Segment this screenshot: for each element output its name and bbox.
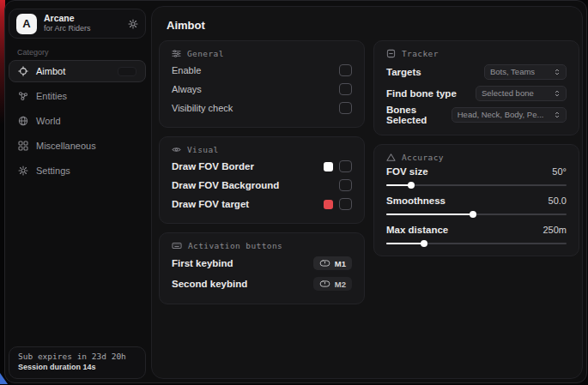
- section-title: Tracker: [402, 49, 439, 58]
- main-panel: Aimbot General Enable: [151, 6, 583, 379]
- sidebar-item-entities[interactable]: Entities: [9, 85, 146, 107]
- fov-target-color-swatch[interactable]: [324, 200, 333, 209]
- slider-thumb[interactable]: [408, 182, 415, 189]
- draw-fov-border-label: Draw FOV Border: [172, 161, 254, 171]
- bones-selected-value: Head, Neck, Body, Pe...: [458, 110, 544, 119]
- smoothness-value: 50.0: [549, 196, 567, 206]
- grid-icon: [18, 141, 28, 151]
- keyboard-icon: [172, 241, 182, 250]
- find-bone-type-select[interactable]: Selected bone: [476, 86, 567, 101]
- fov-size-value: 50°: [552, 166, 567, 177]
- sidebar-item-label: World: [36, 116, 61, 126]
- targets-select[interactable]: Bots, Teams: [484, 64, 567, 80]
- sidebar-item-miscellaneous[interactable]: Miscellaneous: [9, 135, 146, 157]
- page-title: Aimbot: [167, 19, 205, 32]
- fov-size-label: FOV size: [386, 166, 428, 177]
- find-bone-type-label: Find bone type: [386, 88, 457, 99]
- targets-value: Bots, Teams: [490, 67, 535, 76]
- first-keybind-button[interactable]: M1: [313, 256, 352, 270]
- app-subtitle: for Arc Riders: [44, 24, 91, 33]
- activation-buttons-card: Activation buttons First keybind M1: [159, 232, 365, 304]
- max-distance-slider-group: Max distance 250m: [386, 223, 567, 244]
- unfold-icon: [554, 68, 561, 76]
- fov-size-slider[interactable]: [386, 184, 567, 186]
- sidebar-item-aimbot[interactable]: Aimbot: [9, 60, 146, 82]
- section-title: Accuracy: [402, 153, 444, 162]
- globe-icon: [18, 116, 28, 126]
- max-distance-value: 250m: [543, 225, 567, 235]
- general-card: General Enable Always Visibility check: [159, 40, 365, 128]
- section-title: Activation buttons: [188, 241, 282, 250]
- max-distance-slider[interactable]: [386, 243, 567, 244]
- session-duration-text: Session duration 14s: [18, 363, 136, 371]
- app-window: A Arcane for Arc Riders Category Aimbot: [4, 0, 587, 383]
- tracker-card: Tracker Targets Bots, Teams Find bone: [373, 40, 579, 135]
- always-label: Always: [172, 84, 202, 94]
- eye-icon: [172, 145, 181, 154]
- sidebar-item-world[interactable]: World: [9, 110, 146, 132]
- app-header-card: A Arcane for Arc Riders: [9, 9, 146, 39]
- sidebar-item-label: Aimbot: [36, 66, 65, 76]
- smoothness-label: Smoothness: [386, 196, 446, 206]
- slider-fill: [386, 243, 424, 244]
- app-name: Arcane: [44, 13, 91, 24]
- smoothness-slider[interactable]: [386, 214, 567, 215]
- sidebar-item-settings[interactable]: Settings: [9, 159, 146, 182]
- draw-fov-background-label: Draw FOV Background: [172, 180, 279, 190]
- gear-icon[interactable]: [128, 19, 138, 29]
- sliders-icon: [172, 49, 181, 58]
- fov-size-slider-group: FOV size 50°: [386, 165, 567, 186]
- draw-fov-target-label: Draw FOV target: [172, 199, 249, 209]
- draw-fov-target-checkbox[interactable]: [339, 198, 352, 210]
- sidebar-item-label: Settings: [36, 165, 70, 176]
- sidebar-item-label: Miscellaneous: [36, 141, 96, 151]
- subscription-info-card: Sub expires in 23d 20h Session duration …: [9, 346, 146, 379]
- find-bone-type-value: Selected bone: [482, 88, 534, 98]
- app-logo: A: [16, 14, 37, 34]
- slider-thumb[interactable]: [421, 240, 427, 247]
- sidebar-item-label: Entities: [36, 91, 67, 101]
- keybind-value: M2: [335, 280, 346, 289]
- targets-label: Targets: [386, 67, 421, 77]
- visibility-check-label: Visibility check: [172, 103, 233, 113]
- accuracy-card: Accuracy FOV size 50° Smoothness: [373, 144, 579, 256]
- category-label: Category: [17, 48, 49, 57]
- section-title: General: [187, 49, 224, 58]
- draw-fov-background-checkbox[interactable]: [339, 179, 352, 191]
- visual-card: Visual Draw FOV Border Draw FOV Backgrou…: [159, 136, 365, 224]
- scan-target-icon: [386, 49, 396, 58]
- sub-expires-text: Sub expires in 23d 20h: [18, 352, 136, 361]
- draw-fov-border-checkbox[interactable]: [339, 160, 352, 172]
- unfold-icon: [554, 89, 561, 98]
- mouse-icon: [319, 280, 330, 287]
- sidebar-nav: Aimbot Entities World: [9, 60, 146, 182]
- crosshair-icon: [18, 66, 28, 76]
- section-title: Visual: [187, 145, 219, 154]
- aimbot-keybind-hint-badge: [118, 67, 136, 76]
- bones-selected-label: Bones Selected: [386, 105, 452, 125]
- smoothness-slider-group: Smoothness 50.0: [386, 194, 567, 215]
- first-keybind-label: First keybind: [172, 258, 233, 268]
- bones-selected-select[interactable]: Head, Neck, Body, Pe...: [452, 107, 567, 123]
- second-keybind-button[interactable]: M2: [313, 277, 352, 291]
- slider-thumb[interactable]: [470, 211, 476, 218]
- mouse-icon: [319, 260, 330, 267]
- entities-icon: [18, 91, 28, 101]
- triangle-icon: [386, 153, 396, 162]
- second-keybind-label: Second keybind: [172, 279, 247, 289]
- fov-border-color-swatch[interactable]: [324, 162, 333, 171]
- max-distance-label: Max distance: [386, 225, 448, 235]
- enable-checkbox[interactable]: [339, 64, 352, 76]
- visibility-check-checkbox[interactable]: [339, 102, 352, 114]
- enable-label: Enable: [172, 65, 201, 75]
- slider-fill: [386, 214, 473, 215]
- unfold-icon: [554, 111, 561, 119]
- gear-icon: [18, 165, 28, 176]
- keybind-value: M1: [335, 259, 346, 268]
- always-checkbox[interactable]: [339, 83, 352, 95]
